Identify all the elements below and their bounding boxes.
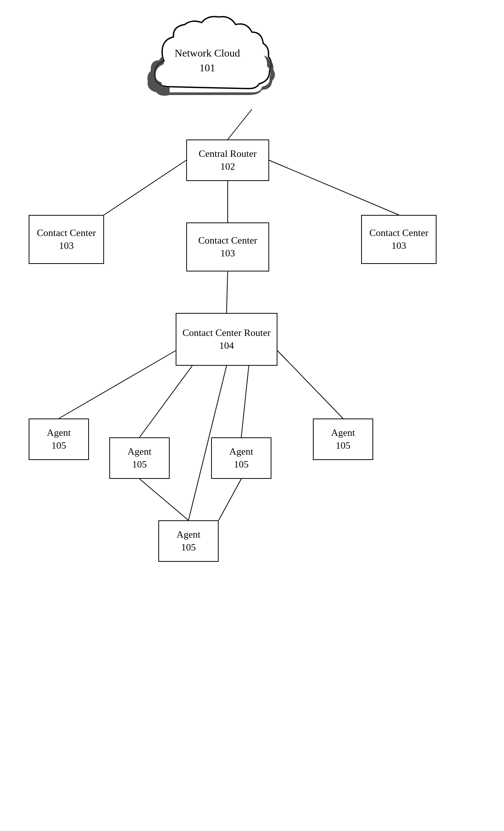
central-router-number: 102 (221, 160, 235, 173)
connecting-lines (0, 0, 504, 831)
contact-center-left-label: Contact Center (37, 227, 96, 239)
cloud-number: 101 (199, 62, 215, 74)
cloud-label: Network Cloud (175, 47, 240, 59)
network-cloud: Network Cloud 101 (139, 11, 275, 109)
svg-line-5 (59, 351, 176, 419)
contact-center-left-box: Contact Center 103 (29, 215, 104, 264)
agent-3-label: Agent (229, 445, 253, 458)
contact-center-middle-number: 103 (221, 247, 235, 260)
contact-center-right-box: Contact Center 103 (361, 215, 437, 264)
central-router-box: Central Router 102 (186, 140, 269, 181)
agent-1-box: Agent 105 (29, 419, 89, 460)
agent-5-label: Agent (176, 528, 201, 541)
svg-line-7 (241, 366, 249, 437)
agent-5-number: 105 (181, 541, 196, 554)
contact-center-left-number: 103 (59, 239, 74, 252)
svg-line-1 (104, 160, 186, 215)
agent-1-label: Agent (47, 426, 71, 439)
svg-line-3 (269, 160, 399, 215)
agent-2-box: Agent 105 (109, 437, 170, 479)
contact-center-router-number: 104 (219, 339, 234, 352)
agent-3-number: 105 (234, 458, 249, 471)
agent-2-label: Agent (127, 445, 152, 458)
agent-1-number: 105 (52, 439, 66, 452)
svg-line-0 (228, 109, 252, 140)
svg-line-8 (277, 351, 343, 419)
cloud-text: Network Cloud 101 (175, 46, 240, 75)
svg-line-6 (139, 366, 192, 437)
agent-2-number: 105 (132, 458, 147, 471)
contact-center-right-label: Contact Center (369, 227, 429, 239)
svg-line-4 (227, 271, 228, 313)
svg-line-10 (219, 479, 241, 520)
contact-center-middle-box: Contact Center 103 (186, 222, 269, 271)
agent-4-label: Agent (331, 426, 355, 439)
agent-5-box: Agent 105 (158, 520, 219, 562)
contact-center-middle-label: Contact Center (198, 234, 257, 247)
contact-center-router-label: Contact Center Router (182, 327, 271, 339)
agent-4-number: 105 (336, 439, 351, 452)
central-router-label: Central Router (199, 147, 257, 160)
svg-line-9 (139, 479, 188, 520)
contact-center-right-number: 103 (392, 239, 406, 252)
agent-3-box: Agent 105 (211, 437, 271, 479)
diagram: Network Cloud 101 Central Router 102 Con… (0, 0, 504, 831)
agent-4-box: Agent 105 (313, 419, 373, 460)
contact-center-router-box: Contact Center Router 104 (176, 313, 277, 366)
